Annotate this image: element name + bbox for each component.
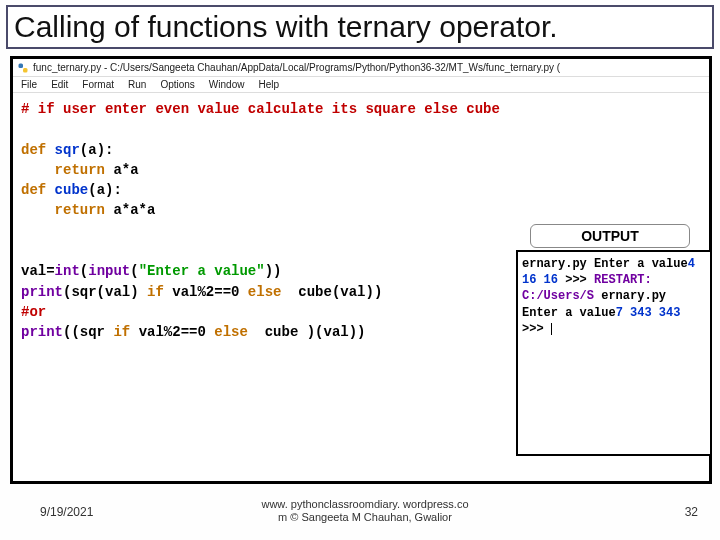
fn-sqr: sqr bbox=[46, 142, 80, 158]
footer-attribution: www. pythonclassroomdiary. wordpress.co … bbox=[210, 498, 520, 524]
kw-def: def bbox=[21, 182, 46, 198]
kw-return: return bbox=[21, 162, 105, 178]
builtin-int: int bbox=[55, 263, 80, 279]
p2a: ((sqr bbox=[63, 324, 113, 340]
out-result: 16 bbox=[522, 273, 536, 287]
menu-file[interactable]: File bbox=[21, 79, 37, 90]
footer-page-number: 32 bbox=[685, 505, 698, 519]
p2c: cube )(val)) bbox=[248, 324, 366, 340]
p1c: cube(val)) bbox=[281, 284, 382, 300]
kw-def: def bbox=[21, 142, 46, 158]
open1: ( bbox=[80, 263, 88, 279]
str-prompt: "Enter a value" bbox=[139, 263, 265, 279]
output-label-box: OUTPUT bbox=[530, 224, 690, 248]
code-comment-2: #or bbox=[21, 304, 46, 320]
kw-else: else bbox=[248, 284, 282, 300]
out-result: 343 bbox=[659, 306, 681, 320]
val-lhs: val= bbox=[21, 263, 55, 279]
code-comment-1: # if user enter even value calculate its… bbox=[21, 101, 500, 117]
p1b: val%2==0 bbox=[164, 284, 248, 300]
fn-cube: cube bbox=[46, 182, 88, 198]
svg-rect-0 bbox=[19, 63, 24, 68]
p1a: (sqr(val) bbox=[63, 284, 147, 300]
footer-line1: www. pythonclassroomdiary. wordpress.co bbox=[261, 498, 468, 510]
builtin-input: input bbox=[88, 263, 130, 279]
close12: )) bbox=[265, 263, 282, 279]
cursor-icon bbox=[551, 323, 552, 335]
kw-if: if bbox=[147, 284, 164, 300]
out-repl: >>> bbox=[522, 322, 551, 336]
sqr-body: a*a bbox=[105, 162, 139, 178]
kw-if: if bbox=[113, 324, 130, 340]
svg-rect-1 bbox=[23, 68, 28, 73]
kw-return: return bbox=[21, 202, 105, 218]
out-line: ernary.py bbox=[522, 257, 587, 271]
out-input: 4 bbox=[688, 257, 695, 271]
out-line: ernary.py bbox=[601, 289, 666, 303]
out-result: 16 bbox=[544, 273, 558, 287]
out-input: 7 bbox=[616, 306, 623, 320]
menu-help[interactable]: Help bbox=[258, 79, 279, 90]
menu-window[interactable]: Window bbox=[209, 79, 245, 90]
menu-format[interactable]: Format bbox=[82, 79, 114, 90]
builtin-print: print bbox=[21, 284, 63, 300]
editor-file-path: func_ternary.py - C:/Users/Sangeeta Chau… bbox=[33, 62, 560, 73]
footer-line2: m © Sangeeta M Chauhan, Gwalior bbox=[278, 511, 452, 523]
open2: ( bbox=[130, 263, 138, 279]
editor-menubar: File Edit Format Run Options Window Help bbox=[13, 77, 709, 93]
menu-run[interactable]: Run bbox=[128, 79, 146, 90]
slide-title-box: Calling of functions with ternary operat… bbox=[6, 5, 714, 49]
menu-options[interactable]: Options bbox=[160, 79, 194, 90]
sqr-sig: (a): bbox=[80, 142, 114, 158]
out-repl: >>> bbox=[565, 273, 587, 287]
output-console: ernary.py Enter a value4 16 16 >>> RESTA… bbox=[516, 250, 712, 456]
slide-title: Calling of functions with ternary operat… bbox=[14, 10, 558, 44]
editor-titlebar: func_ternary.py - C:/Users/Sangeeta Chau… bbox=[13, 59, 709, 77]
out-result: 343 bbox=[630, 306, 652, 320]
cube-sig: (a): bbox=[88, 182, 122, 198]
menu-edit[interactable]: Edit bbox=[51, 79, 68, 90]
footer-date: 9/19/2021 bbox=[40, 505, 93, 519]
output-label: OUTPUT bbox=[581, 228, 639, 244]
kw-else: else bbox=[214, 324, 248, 340]
cube-body: a*a*a bbox=[105, 202, 155, 218]
out-prompt: Enter a value bbox=[522, 306, 616, 320]
p2b: val%2==0 bbox=[130, 324, 214, 340]
builtin-print: print bbox=[21, 324, 63, 340]
out-prompt: Enter a value bbox=[594, 257, 688, 271]
python-file-icon bbox=[17, 62, 29, 74]
